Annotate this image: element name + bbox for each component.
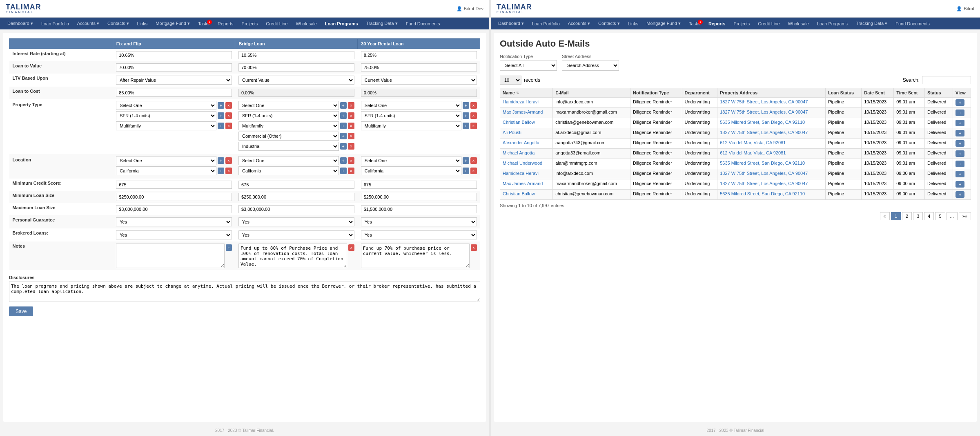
loc-col2-add2[interactable]: + bbox=[340, 168, 347, 174]
prop-type-col2-rem1[interactable]: × bbox=[348, 102, 354, 109]
prop-type-col3-add2[interactable]: + bbox=[463, 112, 469, 119]
row-name[interactable]: Max James-Armand bbox=[503, 110, 543, 114]
prop-type-col2-sel3[interactable]: Multifamily bbox=[238, 121, 339, 130]
prop-type-col3-rem1[interactable]: × bbox=[470, 102, 477, 109]
prop-type-col1-sel1[interactable]: Select One bbox=[116, 101, 216, 110]
prop-type-col2-rem2[interactable]: × bbox=[348, 112, 354, 119]
prop-type-col1-add1[interactable]: + bbox=[218, 102, 224, 109]
notes-col3[interactable]: Fund up 70% of purchase price or current… bbox=[361, 244, 470, 268]
nav-loan-programs-right[interactable]: Loan Programs bbox=[813, 18, 852, 29]
ltv-based-col2[interactable]: Current Value After Repair Value bbox=[238, 76, 354, 85]
row-address[interactable]: 5635 Mildred Street, San Diego, CA 92110 bbox=[720, 120, 805, 125]
col-department[interactable]: Department bbox=[682, 88, 717, 98]
page-5[interactable]: 5 bbox=[935, 212, 945, 220]
min-credit-col1[interactable] bbox=[116, 181, 232, 189]
view-button[interactable]: + bbox=[956, 120, 964, 126]
loan-cost-col2[interactable] bbox=[238, 89, 354, 97]
row-address[interactable]: 612 Via del Mar, Vista, CA 92081 bbox=[720, 150, 786, 155]
nav-mortgage-fund-left[interactable]: Mortgage Fund ▾ bbox=[151, 18, 194, 29]
page-next[interactable]: »» bbox=[959, 212, 971, 220]
min-credit-col2[interactable] bbox=[238, 181, 354, 189]
loc-col1-sel1[interactable]: Select One bbox=[116, 156, 216, 165]
nav-wholesale-right[interactable]: Wholesale bbox=[784, 18, 813, 29]
loc-col3-add1[interactable]: + bbox=[463, 157, 469, 164]
max-loan-col2[interactable] bbox=[238, 205, 354, 213]
col-name[interactable]: Name ⇅ bbox=[500, 88, 553, 98]
prop-type-col1-add3[interactable]: + bbox=[218, 123, 224, 129]
prop-type-col2-add5[interactable]: + bbox=[340, 143, 347, 150]
min-loan-col2[interactable] bbox=[238, 193, 354, 201]
view-button[interactable]: + bbox=[956, 181, 964, 188]
nav-credit-line-left[interactable]: Credit Line bbox=[262, 18, 292, 29]
nav-links-right[interactable]: Links bbox=[624, 18, 643, 29]
notes-col1-add[interactable]: + bbox=[226, 244, 232, 251]
col-status[interactable]: Status bbox=[925, 88, 953, 98]
view-button[interactable]: + bbox=[956, 171, 964, 177]
row-name[interactable]: Christian Ballow bbox=[503, 120, 535, 125]
prop-type-col2-add2[interactable]: + bbox=[340, 112, 347, 119]
nav-tasks-left[interactable]: Tasks1 bbox=[194, 18, 214, 29]
page-1[interactable]: 1 bbox=[891, 212, 901, 220]
prop-type-col3-add1[interactable]: + bbox=[463, 102, 469, 109]
loc-col3-rem2[interactable]: × bbox=[470, 168, 477, 174]
loc-col2-sel1[interactable]: Select One bbox=[238, 156, 339, 165]
prop-type-col2-rem5[interactable]: × bbox=[348, 143, 354, 150]
view-button[interactable]: + bbox=[956, 140, 964, 147]
notes-col2-rem[interactable]: × bbox=[348, 244, 354, 251]
prop-type-col1-rem1[interactable]: × bbox=[225, 102, 232, 109]
row-name[interactable]: Ali Pousti bbox=[503, 130, 521, 135]
guarantee-col1[interactable]: YesNo bbox=[116, 217, 232, 226]
guarantee-col3[interactable]: YesNo bbox=[361, 217, 477, 226]
nav-accounts-right[interactable]: Accounts ▾ bbox=[564, 18, 594, 29]
ltv-col1[interactable] bbox=[116, 63, 232, 72]
loan-cost-col1[interactable] bbox=[116, 89, 232, 97]
nav-projects-right[interactable]: Projects bbox=[730, 18, 754, 29]
brokered-col2[interactable]: YesNo bbox=[238, 230, 354, 239]
nav-links-left[interactable]: Links bbox=[133, 18, 152, 29]
nav-contacts-left[interactable]: Contacts ▾ bbox=[103, 18, 133, 29]
nav-loan-portfolio-left[interactable]: Loan Portfolio bbox=[37, 18, 73, 29]
row-name[interactable]: Michael Angotta bbox=[503, 150, 535, 155]
loc-col1-sel2[interactable]: California bbox=[116, 166, 216, 175]
page-3[interactable]: 3 bbox=[913, 212, 923, 220]
street-address-select[interactable]: Search Address bbox=[562, 60, 619, 71]
prop-type-col2-sel2[interactable]: SFR (1-4 units) bbox=[238, 111, 339, 120]
loc-col3-rem1[interactable]: × bbox=[470, 157, 477, 164]
nav-reports-left[interactable]: Reports bbox=[214, 18, 238, 29]
notes-col1[interactable] bbox=[116, 244, 225, 268]
interest-rate-col3[interactable] bbox=[361, 51, 477, 59]
loc-col2-rem2[interactable]: × bbox=[348, 168, 354, 174]
loc-col2-sel2[interactable]: California bbox=[238, 166, 339, 175]
view-button[interactable]: + bbox=[956, 110, 964, 116]
nav-credit-line-right[interactable]: Credit Line bbox=[754, 18, 784, 29]
col-email[interactable]: E-Mail bbox=[553, 88, 630, 98]
loc-col1-add2[interactable]: + bbox=[218, 168, 224, 174]
nav-reports-right[interactable]: Reports bbox=[704, 18, 730, 29]
view-button[interactable]: + bbox=[956, 130, 964, 136]
notes-col2[interactable]: Fund up to 80% of Purchase Price and 100… bbox=[238, 244, 347, 268]
prop-type-col3-rem2[interactable]: × bbox=[470, 112, 477, 119]
prop-type-col1-sel3[interactable]: Multifamily bbox=[116, 121, 216, 130]
brokered-col1[interactable]: YesNo bbox=[116, 230, 232, 239]
loc-col3-add2[interactable]: + bbox=[463, 168, 469, 174]
prop-type-col3-add3[interactable]: + bbox=[463, 123, 469, 129]
max-loan-col1[interactable] bbox=[116, 205, 232, 213]
prop-type-col3-sel2[interactable]: SFR (1-4 units) bbox=[361, 111, 461, 120]
page-4[interactable]: 4 bbox=[924, 212, 934, 220]
min-credit-col3[interactable] bbox=[361, 181, 477, 189]
col-loan-status[interactable]: Loan Status bbox=[826, 88, 862, 98]
view-button[interactable]: + bbox=[956, 191, 964, 198]
search-input[interactable] bbox=[922, 76, 971, 84]
nav-dashboard-left[interactable]: Dashboard ▾ bbox=[3, 18, 37, 29]
prop-type-col2-add1[interactable]: + bbox=[340, 102, 347, 109]
notes-col3-rem[interactable]: × bbox=[471, 244, 477, 251]
view-button[interactable]: + bbox=[956, 99, 964, 106]
prop-type-col1-rem2[interactable]: × bbox=[225, 112, 232, 119]
nav-accounts-left[interactable]: Accounts ▾ bbox=[73, 18, 103, 29]
nav-projects-left[interactable]: Projects bbox=[238, 18, 262, 29]
prop-type-col2-rem4[interactable]: × bbox=[348, 133, 354, 139]
ltv-based-col3[interactable]: Current Value After Repair Value bbox=[361, 76, 477, 85]
row-address[interactable]: 612 Via del Mar, Vista, CA 92081 bbox=[720, 140, 786, 145]
col-date-sent[interactable]: Date Sent bbox=[862, 88, 894, 98]
nav-contacts-right[interactable]: Contacts ▾ bbox=[594, 18, 624, 29]
